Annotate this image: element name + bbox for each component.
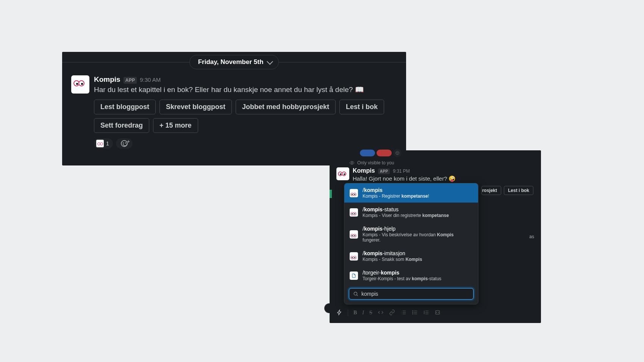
message-time: 9:30 AM <box>140 76 161 83</box>
slash-command-input[interactable] <box>361 291 469 297</box>
action-button[interactable]: Lest i bok <box>339 100 384 114</box>
slash-command-title: /kompis-imitasjon <box>363 250 422 256</box>
sender-name[interactable]: Kompis <box>94 75 120 84</box>
svg-point-0 <box>396 151 399 155</box>
svg-point-3 <box>351 162 353 164</box>
slash-command-popup: /kompisKompis - Registrer kompetanse!/ko… <box>344 183 478 304</box>
action-button[interactable]: Sett foredrag <box>94 118 149 133</box>
codeblock-button[interactable] <box>435 309 441 317</box>
svg-point-5 <box>413 311 413 311</box>
slash-command-title: /torgeir-kompis <box>363 270 441 276</box>
action-button-more[interactable]: + 15 more <box>153 118 198 133</box>
date-label: Friday, November 5th <box>198 58 264 66</box>
svg-point-4 <box>354 292 357 295</box>
add-reaction-button[interactable]: + <box>116 138 133 149</box>
eye-icon <box>349 160 355 165</box>
smiley-icon <box>395 151 400 155</box>
code-button[interactable] <box>378 309 384 317</box>
message-time: 9:31 PM <box>393 169 410 174</box>
kompis-icon <box>350 189 358 197</box>
slash-command-item[interactable]: /kompis-hjelpKompis - Vis beskrivelse av… <box>344 222 478 247</box>
button-row: Lest bloggpost Skrevet bloggpost Jobbet … <box>94 100 397 133</box>
strike-button[interactable]: S <box>369 310 372 316</box>
scroll-affordance <box>324 303 330 313</box>
avatar[interactable] <box>71 75 89 94</box>
slash-command-texts: /kompis-statusKompis - Viser din registr… <box>363 206 449 218</box>
action-button[interactable]: Jobbet med hobbyprosjekt <box>236 100 336 114</box>
kompis-icon <box>350 252 358 261</box>
app-badge: APP <box>123 77 137 84</box>
italic-button[interactable]: I <box>362 310 364 316</box>
app-badge: APP <box>378 169 390 174</box>
bold-button[interactable]: B <box>353 310 357 316</box>
slash-command-desc: Kompis - Vis beskrivelse av hvordan Komp… <box>363 232 473 243</box>
slash-command-desc: Torgeir-Kompis - test av kompis-status <box>363 276 441 281</box>
smiley-plus-icon: + <box>121 140 128 147</box>
kompis-icon <box>338 171 348 177</box>
link-button[interactable] <box>389 309 395 317</box>
shortcuts-icon[interactable] <box>336 309 342 317</box>
slash-command-title: /kompis-status <box>363 206 449 212</box>
slash-command-texts: /kompis-hjelpKompis - Vis beskrivelse av… <box>363 226 473 243</box>
svg-point-6 <box>413 312 413 312</box>
sender-name[interactable]: Kompis <box>353 167 375 174</box>
slash-command-item[interactable]: /kompis-imitasjonKompis - Snakk som Komp… <box>344 247 478 266</box>
doc-icon <box>350 272 358 280</box>
slash-command-texts: /kompis-imitasjonKompis - Snakk som Komp… <box>363 250 422 262</box>
background-text-fragment: as <box>529 234 534 239</box>
visibility-label: Only visible to you <box>357 160 394 165</box>
date-divider: Friday, November 5th <box>62 52 406 72</box>
date-pill[interactable]: Friday, November 5th <box>189 55 279 69</box>
ordered-list-button[interactable] <box>400 309 406 317</box>
action-button[interactable]: Lest bloggpost <box>94 100 156 114</box>
message-text: Har du lest et kapittel i en bok? Eller … <box>94 84 397 95</box>
slash-command-texts: /kompisKompis - Registrer kompetanse! <box>363 187 429 199</box>
svg-point-2 <box>398 153 398 153</box>
divider <box>348 309 348 316</box>
slack-message-panel-large: Friday, November 5th Kompis APP 9:30 AM … <box>62 52 406 165</box>
kompis-emoji-icon <box>96 140 104 147</box>
message-text: Halla! Gjort noe kom i det siste, eller?… <box>353 175 534 183</box>
action-button-clipped[interactable]: yprosjekt <box>481 186 501 195</box>
slash-command-texts: /torgeir-kompisTorgeir-Kompis - test av … <box>363 270 441 281</box>
kompis-icon <box>73 80 87 89</box>
reaction-pill-red[interactable] <box>377 150 392 156</box>
slash-command-title: /kompis-hjelp <box>363 226 473 232</box>
slash-command-desc: Kompis - Registrer kompetanse! <box>363 193 429 199</box>
message: Kompis APP 9:30 AM Har du lest et kapitt… <box>62 72 406 149</box>
kompis-icon <box>350 208 358 217</box>
message-header: Kompis APP 9:30 AM <box>94 75 397 84</box>
bullet-list-button[interactable] <box>412 309 418 317</box>
search-icon <box>353 291 358 296</box>
reaction-count: 1 <box>106 140 109 147</box>
slash-command-title: /kompis <box>363 187 429 193</box>
reaction-pill-blue[interactable] <box>360 150 375 156</box>
slash-command-desc: Kompis - Snakk som Kompis <box>363 257 422 262</box>
slash-command-item[interactable]: /kompisKompis - Registrer kompetanse! <box>344 183 478 203</box>
slash-command-item[interactable]: /kompis-statusKompis - Viser din registr… <box>344 203 478 222</box>
slack-composer-panel: Only visible to you Kompis APP 9:31 PM H… <box>330 150 541 323</box>
reactions-row: 1 + <box>94 138 397 149</box>
slash-command-input-wrap[interactable] <box>349 288 474 300</box>
reaction-pills-overflow <box>360 149 402 157</box>
svg-point-7 <box>413 314 413 314</box>
svg-point-1 <box>397 153 397 153</box>
chevron-down-icon <box>267 58 273 65</box>
kompis-icon <box>350 230 358 239</box>
format-toolbar: B I S <box>336 307 534 318</box>
message-header: Kompis APP 9:31 PM <box>353 167 534 174</box>
channel-indicator <box>330 190 332 198</box>
blockquote-button[interactable] <box>423 309 429 317</box>
slash-command-item[interactable]: /torgeir-kompisTorgeir-Kompis - test av … <box>344 266 478 285</box>
message-body: Kompis APP 9:30 AM Har du lest et kapitt… <box>94 75 397 149</box>
reaction-pill[interactable]: 1 <box>94 138 113 149</box>
action-button[interactable]: Skrevet bloggpost <box>159 100 232 114</box>
avatar[interactable] <box>336 167 349 180</box>
action-button[interactable]: Lest i bok <box>504 186 533 195</box>
slash-command-desc: Kompis - Viser din registrerte kompetans… <box>363 213 449 218</box>
add-reaction-mini[interactable] <box>393 149 402 157</box>
